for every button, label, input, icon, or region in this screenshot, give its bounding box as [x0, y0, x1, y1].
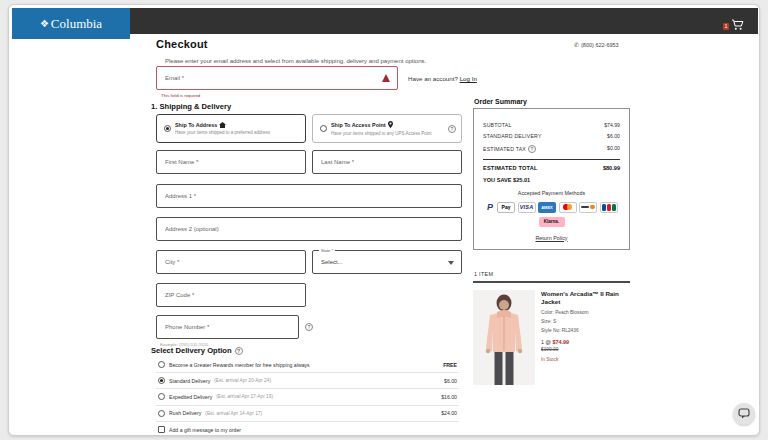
expedited-dates: (Est. arrival Apr 17-Apr 19): [216, 394, 273, 399]
zip-input[interactable]: [156, 283, 306, 307]
visa-icon: VISA: [518, 202, 536, 213]
last-name-input[interactable]: [312, 150, 462, 174]
ship-to-address-radio[interactable]: [164, 125, 171, 132]
access-point-help-icon[interactable]: ?: [448, 125, 456, 133]
item-divider: [473, 281, 630, 283]
tax-help-icon[interactable]: ?: [528, 145, 536, 153]
subtotal-row: SUBTOTAL $74.99: [483, 122, 620, 128]
standard-price: $6.00: [444, 378, 457, 384]
state-select-label: State *: [319, 248, 335, 253]
login-link[interactable]: Log In: [460, 75, 477, 82]
payment-methods-title: Accepted Payment Methods: [483, 190, 620, 196]
product-size: Size: S: [541, 319, 633, 324]
rush-dates: (Est. arrival Apr 14-Apr 17): [205, 411, 262, 416]
subtotal-label: SUBTOTAL: [483, 122, 512, 128]
delivery-fee-value: $6.00: [607, 133, 620, 139]
product-stock-status: In Stock: [541, 357, 633, 362]
cart-button[interactable]: 1: [723, 17, 744, 35]
product-style: Style No: RL2436: [541, 328, 633, 333]
subtotal-value: $74.99: [604, 122, 620, 128]
product-original-price: $100.00: [541, 347, 633, 352]
phone-icon: ✆: [574, 41, 579, 48]
expedited-price: $16.00: [441, 394, 457, 400]
delivery-option-standard[interactable]: Standard Delivery (Est. arrival Apr 20-A…: [156, 373, 459, 389]
columbia-diamond-icon: ❖: [40, 18, 49, 29]
rush-radio[interactable]: [158, 410, 165, 417]
ship-to-access-point-option[interactable]: Ship To Access Point Have your items shi…: [312, 114, 462, 143]
total-row: ESTIMATED TOTAL $80.99: [483, 165, 620, 171]
city-input[interactable]: [156, 250, 306, 274]
location-pin-icon: [388, 121, 393, 129]
klarna-icon: Klarna.: [539, 217, 565, 227]
last-name-field-wrap: [312, 150, 462, 174]
columbia-logo[interactable]: ❖ Columbia: [12, 8, 130, 39]
savings-text: YOU SAVE $25.01: [483, 177, 620, 183]
amex-icon: AMEX: [538, 202, 556, 213]
cart-count-badge: 1: [723, 23, 729, 30]
gift-message-checkbox[interactable]: [158, 426, 165, 433]
order-summary-box: SUBTOTAL $74.99 STANDARD DELIVERY $6.00 …: [473, 108, 630, 250]
product-details: Women's Arcadia™ II Rain Jacket Color: P…: [541, 290, 633, 362]
address1-input[interactable]: [156, 184, 462, 208]
error-warning-icon: [382, 74, 390, 82]
rewards-radio[interactable]: [158, 361, 165, 368]
chat-button[interactable]: [733, 403, 755, 425]
phone-help-icon[interactable]: ?: [305, 323, 313, 331]
rush-price: $24.00: [441, 410, 457, 416]
chevron-down-icon: [448, 261, 454, 265]
standard-dates: (Est. arrival Apr 20-Apr 24): [214, 378, 271, 383]
email-error-text: This field is required: [161, 93, 200, 98]
gift-message-label: Add a gift message to my order: [169, 427, 241, 433]
cart-icon: [731, 17, 744, 35]
order-summary-title-text: Order Summary: [474, 98, 527, 105]
product-sale-price: $74.99: [552, 339, 569, 345]
checkout-page: 1 ❖ Columbia Checkout ✆ (800) 622-6953 P…: [8, 4, 760, 436]
shipping-section-title-text: 1. Shipping & Delivery: [151, 102, 231, 111]
zip-field-wrap: [156, 283, 306, 307]
gift-message-row[interactable]: Add a gift message to my order: [156, 422, 459, 436]
phone-input[interactable]: [156, 315, 299, 339]
chat-bubble-icon: [738, 405, 750, 423]
ship-to-address-label: Ship To Address: [175, 122, 217, 128]
delivery-option-rewards[interactable]: Become a Greater Rewards member for free…: [156, 357, 459, 373]
state-select[interactable]: State * Select...: [312, 250, 462, 274]
expedited-radio[interactable]: [158, 393, 165, 400]
rush-label: Rush Delivery: [169, 410, 201, 416]
ship-to-address-desc: Have your items shipped to a preferred a…: [175, 130, 270, 135]
payment-icons-row: P Pay VISA AMEX: [483, 202, 620, 213]
support-phone[interactable]: ✆ (800) 622-6953: [574, 41, 619, 48]
delivery-help-icon[interactable]: ?: [235, 347, 243, 355]
ship-to-access-point-label: Ship To Access Point: [331, 122, 386, 128]
standard-radio[interactable]: [158, 377, 165, 384]
delivery-option-expedited[interactable]: Expedited Delivery (Est. arrival Apr 17-…: [156, 389, 459, 405]
item-count: 1 ITEM: [474, 271, 493, 277]
delivery-option-rush[interactable]: Rush Delivery (Est. arrival Apr 14-Apr 1…: [156, 406, 459, 422]
product-image[interactable]: [473, 290, 535, 385]
address2-input[interactable]: [156, 217, 462, 241]
tax-label: ESTIMATED TAX: [483, 146, 526, 152]
ship-to-address-option[interactable]: Ship To Address Have your items shipped …: [156, 114, 306, 143]
return-policy-link[interactable]: Return Policy: [483, 235, 620, 241]
account-prompt: Have an account? Log In: [408, 75, 477, 82]
delivery-fee-label: STANDARD DELIVERY: [483, 133, 542, 139]
product-name[interactable]: Women's Arcadia™ II Rain Jacket: [541, 290, 633, 306]
mastercard-icon: [559, 202, 577, 213]
paypal-icon: P: [486, 202, 495, 213]
intro-text: Please enter your email address and sele…: [165, 58, 426, 64]
first-name-input[interactable]: [156, 150, 306, 174]
delivery-section-title-text: Select Delivery Option: [151, 346, 232, 355]
apple-pay-icon: Pay: [497, 202, 515, 213]
order-summary-title: Order Summary: [474, 98, 527, 105]
first-name-field-wrap: [156, 150, 306, 174]
city-field-wrap: [156, 250, 306, 274]
summary-divider: [483, 159, 620, 160]
product-qty: 1 @: [541, 339, 552, 345]
jcb-icon: [600, 202, 618, 213]
email-field-wrap: [156, 66, 398, 90]
account-prompt-text: Have an account?: [408, 75, 458, 82]
phone-field-wrap: [156, 315, 299, 339]
delivery-fee-row: STANDARD DELIVERY $6.00: [483, 133, 620, 139]
delivery-options-list: Become a Greater Rewards member for free…: [156, 357, 459, 436]
ship-to-access-point-radio[interactable]: [320, 125, 327, 132]
email-input[interactable]: [156, 66, 398, 90]
